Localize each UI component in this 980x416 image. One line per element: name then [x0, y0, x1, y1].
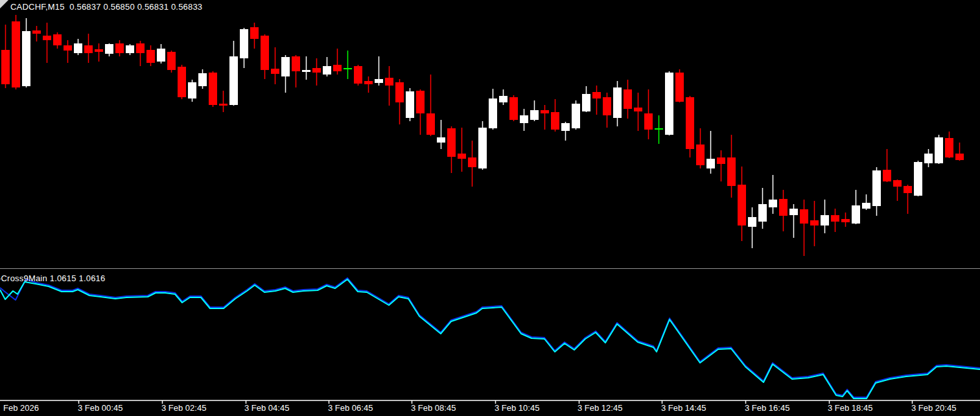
candle-body — [178, 67, 186, 97]
candle-body — [904, 186, 912, 193]
candle-body — [520, 115, 528, 123]
candle-body — [551, 112, 559, 130]
candle-body — [821, 215, 829, 225]
candle-body — [613, 87, 622, 118]
candle-doji-dash — [655, 128, 663, 130]
candle-body — [862, 203, 870, 209]
candle-body — [198, 73, 207, 86]
candle-body — [603, 97, 611, 115]
candle-body — [748, 217, 756, 227]
candle-body — [758, 204, 767, 222]
indicator-line-fast — [0, 279, 980, 399]
candle-body — [478, 128, 487, 168]
candle-body — [447, 128, 456, 157]
candle-body — [136, 43, 145, 53]
candle-body — [489, 98, 497, 128]
candle-body — [665, 73, 673, 135]
candle-body — [468, 157, 476, 167]
candle-body — [323, 66, 331, 75]
candle-body — [696, 144, 705, 165]
candle-body — [302, 70, 310, 72]
candle-body — [115, 43, 124, 53]
time-axis-label: 3 Feb 00:45 — [78, 403, 122, 413]
price-chart-svg[interactable] — [0, 0, 980, 416]
candle-body — [831, 215, 839, 222]
candle-body — [675, 73, 684, 102]
chart-corner-triangle-icon — [0, 0, 8, 8]
candle-body — [84, 45, 93, 53]
candle-body — [935, 137, 943, 163]
candle-body — [561, 123, 570, 131]
candle-body — [354, 66, 362, 84]
candle-body — [924, 154, 933, 163]
candle-body — [240, 29, 248, 58]
indicator-label: -Cross9Main 1.0615 1.0616 — [0, 273, 105, 283]
candle-body — [624, 89, 632, 109]
indicator-name: Cross9Main — [1, 273, 47, 283]
time-axis-label: 3 Feb 20:45 — [911, 403, 956, 413]
ohlc-open: 0.56837 — [69, 2, 100, 12]
candle-body — [582, 94, 590, 111]
candle-body — [126, 45, 134, 53]
candle-body — [281, 57, 290, 76]
candle-body — [292, 56, 300, 71]
candle-body — [385, 78, 393, 86]
candle-body — [945, 138, 953, 157]
candle-body — [12, 21, 20, 87]
candle-body — [727, 157, 736, 186]
candle-body — [95, 49, 103, 52]
candle-body — [406, 91, 414, 118]
candle-body — [188, 82, 196, 98]
candle-body — [209, 73, 217, 105]
candle-body — [271, 69, 279, 74]
candle-doji-dash — [344, 68, 352, 69]
candle-body — [105, 44, 113, 54]
time-axis-label: 3 Feb 14:45 — [661, 403, 706, 413]
candle-body — [779, 199, 788, 216]
candle-body — [789, 209, 798, 215]
ohlc-low: 0.56831 — [137, 2, 169, 12]
candle-body — [530, 110, 539, 120]
time-axis-label: 3 Feb 04:45 — [244, 403, 289, 413]
candle-body — [64, 45, 72, 51]
candle-body — [769, 200, 777, 207]
candle-body — [364, 81, 373, 84]
chart-window[interactable]: CADCHF,M15 0.56837 0.56850 0.56831 0.568… — [0, 0, 980, 416]
time-axis-label: 3 Feb 02:45 — [161, 403, 206, 413]
candle-body — [893, 180, 902, 187]
candle-body — [572, 104, 580, 128]
candle-body — [437, 137, 445, 143]
indicator-value-slow: 1.0616 — [78, 273, 105, 283]
candle-body — [634, 108, 642, 111]
candle-body — [852, 205, 860, 224]
candle-body — [810, 220, 819, 225]
time-axis-label: 3 Feb 08:45 — [411, 403, 456, 413]
time-axis-label: 3 Feb 10:45 — [495, 403, 539, 413]
candle-body — [644, 113, 653, 130]
candle-body — [32, 30, 41, 34]
time-axis-label: 3 Feb 18:45 — [828, 403, 872, 413]
candle-body — [229, 56, 238, 105]
candle-body — [43, 36, 51, 40]
candle-body — [872, 170, 881, 206]
candle-body — [955, 154, 964, 160]
candle-body — [395, 82, 404, 102]
candle-body — [841, 219, 850, 222]
candle-body — [219, 104, 228, 106]
candle-body — [592, 92, 601, 98]
candle-body — [738, 185, 746, 225]
candle-body — [250, 27, 259, 39]
candle-body — [717, 157, 725, 164]
candle-body — [1, 50, 10, 84]
candle-body — [167, 52, 176, 70]
ohlc-close: 0.56833 — [171, 2, 202, 12]
candle-body — [499, 96, 508, 102]
candle-body — [375, 79, 383, 83]
time-axis-label: 3 Feb 16:45 — [745, 403, 789, 413]
candle-body — [416, 91, 425, 113]
candle-body — [333, 65, 342, 71]
candle-body — [458, 154, 466, 159]
candle-body — [22, 31, 30, 86]
candle-body — [146, 50, 155, 63]
candle-body — [157, 49, 165, 62]
